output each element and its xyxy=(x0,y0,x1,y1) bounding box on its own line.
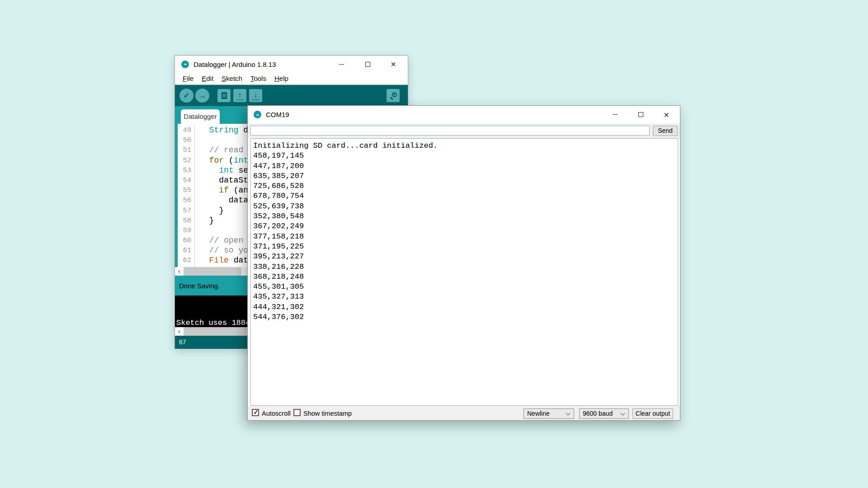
serial-maximize-button[interactable] xyxy=(630,106,651,123)
serial-monitor-window: ∞ COM19 × Send Initializing SD card...ca… xyxy=(247,105,680,421)
baud-rate-value: 9600 baud xyxy=(583,410,613,417)
menu-tools[interactable]: Tools xyxy=(246,74,270,83)
chevron-down-icon xyxy=(621,411,625,416)
ide-toolbar: ✓ → ↑ ↓ xyxy=(175,85,408,106)
serial-output-line: 678,780,754 xyxy=(253,191,678,201)
serial-output-line: 395,213,227 xyxy=(253,252,678,262)
serial-output-line: 444,321,302 xyxy=(253,302,678,312)
line-number: 59 xyxy=(178,225,195,235)
send-button[interactable]: Send xyxy=(653,126,678,136)
checkmark-icon: ✓ xyxy=(253,408,259,416)
ide-minimize-button[interactable] xyxy=(331,56,352,73)
verify-button[interactable]: ✓ xyxy=(179,89,193,103)
line-number: 52 xyxy=(178,155,195,165)
line-number: 55 xyxy=(178,185,195,195)
line-number: 56 xyxy=(178,195,195,205)
checkmark-icon: ✓ xyxy=(183,92,189,99)
ide-close-button[interactable]: × xyxy=(383,56,404,73)
chevron-down-icon xyxy=(566,411,571,416)
open-sketch-button[interactable]: ↑ xyxy=(233,89,246,102)
clear-output-button[interactable]: Clear output xyxy=(632,408,673,419)
line-number: 60 xyxy=(178,235,195,245)
status-message: Done Saving. xyxy=(179,282,220,290)
serial-input-row: Send xyxy=(248,123,680,138)
line-number: 51 xyxy=(178,145,195,155)
close-icon: × xyxy=(391,60,396,69)
arduino-logo-icon: ∞ xyxy=(181,61,189,68)
serial-output-line: 525,639,738 xyxy=(253,202,678,211)
ide-maximize-button[interactable] xyxy=(357,56,378,73)
line-number: 49 xyxy=(178,125,195,135)
code-text: } xyxy=(195,216,214,225)
arduino-logo-icon: ∞ xyxy=(254,111,261,118)
code-text xyxy=(195,135,199,145)
line-number: 50 xyxy=(178,135,195,145)
line-number: 62 xyxy=(178,255,195,265)
show-timestamp-label: Show timestamp xyxy=(303,410,352,417)
serial-output-line: 447,187,200 xyxy=(253,161,678,171)
desktop: { "colors": { "desktop_bg": "#d6f1ef", "… xyxy=(0,0,868,488)
show-timestamp-checkbox[interactable] xyxy=(293,409,301,416)
ide-window-title: Datalogger | Arduino 1.8.13 xyxy=(193,61,276,68)
autoscroll-label: Autoscroll xyxy=(262,410,291,417)
line-number: 61 xyxy=(178,245,195,255)
document-icon xyxy=(222,92,227,99)
line-ending-value: Newline xyxy=(527,410,550,417)
menu-help[interactable]: Help xyxy=(270,74,292,83)
serial-monitor-button[interactable] xyxy=(387,89,400,102)
line-ending-dropdown[interactable]: Newline xyxy=(524,408,574,419)
serial-output-line: 458,197,145 xyxy=(253,151,678,161)
baud-rate-dropdown[interactable]: 9600 baud xyxy=(579,408,629,419)
serial-output-line: 338,216,228 xyxy=(253,262,678,272)
tab-datalogger[interactable]: Datalogger xyxy=(181,109,220,124)
line-number: 53 xyxy=(178,165,195,175)
serial-minimize-button[interactable] xyxy=(604,106,625,123)
menu-sketch[interactable]: Sketch xyxy=(217,74,246,83)
close-icon: × xyxy=(664,110,669,119)
serial-output-line: 635,385,207 xyxy=(253,171,678,181)
serial-output-line: 725,686,528 xyxy=(253,181,678,191)
menu-edit[interactable]: Edit xyxy=(198,74,217,83)
serial-close-button[interactable]: × xyxy=(656,106,677,123)
serial-bottom-bar: ✓ Autoscroll Show timestamp Newline 9600… xyxy=(248,406,680,420)
scroll-left-icon[interactable]: ‹ xyxy=(175,267,184,276)
line-number: 58 xyxy=(178,216,195,225)
maximize-icon xyxy=(365,62,370,67)
serial-window-title: COM19 xyxy=(266,111,289,118)
serial-output-line: 544,376,302 xyxy=(253,312,678,322)
line-number-indicator: 67 xyxy=(179,338,186,346)
serial-output-line: 371,195,225 xyxy=(253,242,678,252)
upload-button[interactable]: → xyxy=(195,89,209,103)
autoscroll-checkbox[interactable]: ✓ xyxy=(252,409,259,416)
ide-menubar: File Edit Sketch Tools Help xyxy=(175,73,408,84)
code-text xyxy=(195,225,199,235)
code-text: } xyxy=(195,206,224,216)
serial-send-input[interactable] xyxy=(250,126,650,136)
minimize-icon xyxy=(613,114,618,115)
minimize-icon xyxy=(339,64,344,65)
serial-output-line: Initializing SD card...card initialized. xyxy=(253,141,678,151)
serial-output-line: 367,202,249 xyxy=(253,221,678,231)
right-arrow-icon: → xyxy=(198,92,206,99)
line-number: 54 xyxy=(178,175,195,185)
save-sketch-button[interactable]: ↓ xyxy=(249,89,262,102)
serial-output-line: 368,218,248 xyxy=(253,272,678,282)
down-arrow-icon: ↓ xyxy=(252,91,259,100)
serial-output-line: 455,301,305 xyxy=(253,282,678,292)
serial-output-line: 377,158,218 xyxy=(253,232,678,242)
editor-hscrollbar-thumb[interactable] xyxy=(184,267,241,276)
scroll-left-icon[interactable]: ‹ xyxy=(175,327,184,336)
new-sketch-button[interactable] xyxy=(217,89,231,102)
serial-output-line: 435,327,313 xyxy=(253,292,678,302)
serial-output-line: 352,380,548 xyxy=(253,211,678,221)
up-arrow-icon: ↑ xyxy=(236,91,243,100)
line-number: 57 xyxy=(178,206,195,216)
magnifier-icon xyxy=(390,92,397,99)
serial-output: Initializing SD card...card initialized.… xyxy=(250,138,678,406)
menu-file[interactable]: File xyxy=(179,74,198,83)
maximize-icon xyxy=(638,112,643,117)
